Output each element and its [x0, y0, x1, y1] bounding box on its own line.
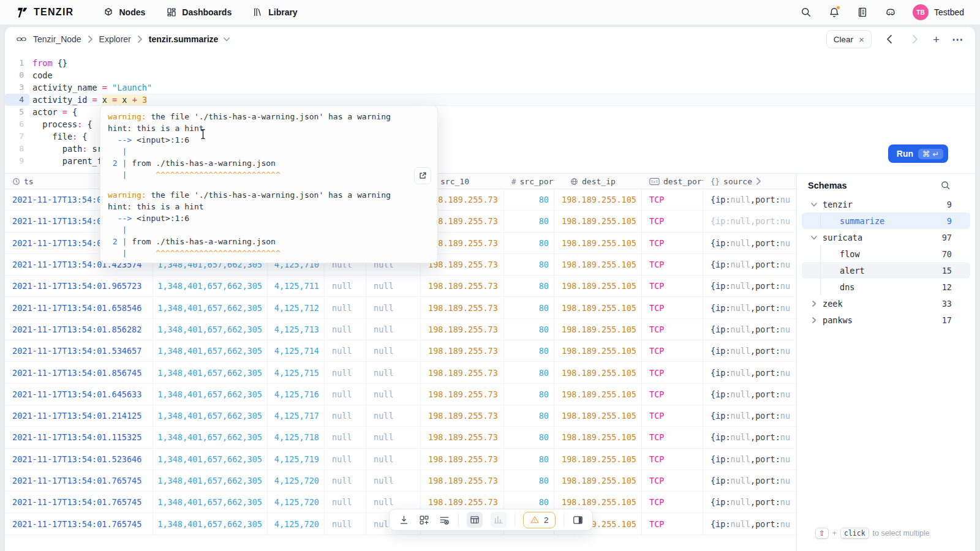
nav-item-nodes[interactable]: Nodes: [103, 7, 145, 18]
cell-value: 2021-11-17T13:54:01.523646: [12, 454, 141, 464]
schemas-search-icon[interactable]: [940, 180, 951, 190]
download-button[interactable]: [398, 514, 410, 526]
table-cell: 4,125,713: [268, 319, 325, 340]
breadcrumb-pipeline[interactable]: tenzir.summarize: [149, 34, 219, 44]
table-cell: 2021-11-17T13:54:01.765745: [5, 492, 153, 512]
table-cell: {ip:null,port:nu: [703, 405, 796, 426]
cell-value: 80: [539, 324, 549, 334]
cell-value: null: [332, 303, 352, 313]
schema-count: 9: [947, 216, 970, 226]
line-number: 6: [5, 118, 29, 130]
toolbar-divider: [514, 514, 515, 526]
breadcrumb-node[interactable]: Tenzir_Node: [33, 34, 81, 44]
schema-item-zeek[interactable]: zeek33: [802, 295, 970, 312]
history-back-button[interactable]: [884, 33, 896, 45]
column-header-source[interactable]: {}source: [703, 174, 796, 189]
chevron-down-icon[interactable]: [810, 201, 818, 208]
cell-value: 198.189.255.105: [562, 432, 636, 442]
cell-value: 4,125,716: [274, 389, 319, 399]
token: 2 |: [108, 159, 132, 168]
table-cell: null: [366, 319, 421, 340]
clear-filters-button[interactable]: [438, 514, 450, 526]
add-tab-button[interactable]: +: [933, 34, 940, 45]
schema-item-dns[interactable]: dns12: [802, 279, 970, 295]
search-icon[interactable]: [800, 6, 812, 18]
schema-item-flow[interactable]: flow70: [802, 246, 970, 262]
open-diagnostics-button[interactable]: [414, 167, 431, 184]
token: ,port:: [750, 432, 780, 442]
breadcrumb-explorer[interactable]: Explorer: [99, 34, 131, 44]
chevron-right-icon[interactable]: [810, 317, 818, 324]
token: =: [92, 95, 97, 105]
chevron-down-icon[interactable]: [223, 36, 230, 43]
nav-item-dashboards[interactable]: Dashboards: [166, 7, 232, 18]
chart-view-button[interactable]: [491, 512, 507, 528]
add-to-dashboard-button[interactable]: [418, 514, 430, 526]
token: nu: [780, 303, 790, 313]
cell-value: 198.189.255.73: [428, 476, 498, 485]
table-row[interactable]: 2021-11-17T13:54:01.8567451,348,401,657,…: [5, 362, 796, 383]
table-row[interactable]: 2021-11-17T13:54:01.9657231,348,401,657,…: [5, 276, 796, 297]
table-cell: TCP: [642, 254, 703, 275]
schema-item-pankws[interactable]: pankws17: [802, 312, 970, 328]
schema-item-suricata[interactable]: suricata97: [802, 229, 970, 246]
cell-value: TCP: [649, 324, 664, 334]
clear-button[interactable]: Clear ×: [826, 30, 872, 48]
nav-item-library[interactable]: Library: [252, 7, 297, 18]
cell-value: null: [374, 411, 394, 421]
table-row[interactable]: 2021-11-17T13:54:01.7657451,348,401,657,…: [5, 470, 796, 492]
token: |: [122, 225, 127, 234]
table-cell: TCP: [642, 362, 703, 383]
token: [127, 249, 156, 258]
diagnostic-line: 2 | from ./this-has-a-warning.json: [108, 157, 430, 169]
schema-item-alert[interactable]: alert15: [802, 262, 970, 279]
cell-value: null: [374, 432, 394, 442]
column-header-src_port[interactable]: #src_port: [504, 174, 554, 189]
token: =: [62, 107, 67, 117]
column-header-dest_ip[interactable]: dest_ip: [554, 174, 642, 189]
table-row[interactable]: 2021-11-17T13:54:01.1153251,348,401,657,…: [5, 427, 796, 448]
table-view-button[interactable]: [467, 512, 483, 528]
docs-icon[interactable]: [856, 6, 869, 18]
notifications-bell-icon[interactable]: [828, 6, 840, 18]
more-menu-button[interactable]: ⋯: [952, 34, 964, 45]
table-row[interactable]: 2021-11-17T13:54:01.5346571,348,401,657,…: [5, 340, 796, 362]
table-cell: TCP: [642, 211, 703, 231]
cell-value: 198.189.255.105: [562, 346, 636, 356]
table-row[interactable]: 2021-11-17T13:54:01.5236461,348,401,657,…: [5, 449, 796, 470]
history-forward-button[interactable]: [908, 33, 921, 45]
cell-value: null: [374, 368, 394, 378]
schema-item-tenzir[interactable]: tenzir9: [802, 196, 970, 212]
tenzir-logo[interactable]: TENZIR: [16, 6, 74, 19]
cell-value: null: [374, 281, 394, 291]
table-cell: 4,125,720: [268, 470, 325, 491]
diagnostic-line: | ^^^^^^^^^^^^^^^^^^^^^^^^^^: [108, 169, 430, 181]
cell-value: 2021-11-17T13:54:01.534657: [12, 346, 141, 356]
table-row[interactable]: 2021-11-17T13:54:01.6585461,348,401,657,…: [5, 297, 796, 318]
table-cell: TCP: [642, 427, 703, 448]
expand-column-icon[interactable]: [756, 177, 761, 186]
schema-count: 70: [942, 249, 970, 259]
chevron-down-icon[interactable]: [810, 234, 818, 241]
table-row[interactable]: 2021-11-17T13:54:01.2141251,348,401,657,…: [5, 405, 796, 427]
token: nu: [780, 238, 790, 248]
token: null: [731, 389, 751, 399]
table-cell: 80: [504, 319, 554, 340]
user-menu[interactable]: TB Testbed: [913, 4, 964, 20]
table-row[interactable]: 2021-11-17T13:54:01.8562821,348,401,657,…: [5, 319, 796, 340]
schema-item-summarize[interactable]: summarize9: [802, 212, 970, 229]
toggle-sidebar-button[interactable]: [572, 514, 584, 526]
cell-value: 198.189.255.73: [428, 432, 498, 442]
table-cell: 4,125,715: [268, 362, 325, 383]
chevron-right-icon[interactable]: [810, 300, 818, 307]
column-header-dest_port[interactable]: txtdest_port: [642, 174, 703, 189]
token: 3: [142, 95, 147, 105]
discord-icon[interactable]: [884, 6, 897, 18]
run-button[interactable]: Run ⌘ ↵: [888, 144, 948, 163]
table-cell: {ip:null,port:nu: [703, 492, 796, 512]
token: ,port:: [750, 216, 780, 226]
table-row[interactable]: 2021-11-17T13:54:01.6456331,348,401,657,…: [5, 384, 796, 405]
warnings-button[interactable]: 2: [523, 512, 556, 528]
token: null: [731, 519, 751, 529]
schema-tree: tenzir9summarize9suricata97flow70alert15…: [797, 190, 975, 328]
